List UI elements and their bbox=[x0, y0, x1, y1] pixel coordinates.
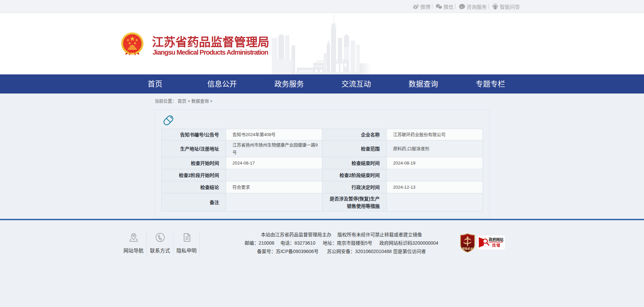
svg-text:党政机关: 党政机关 bbox=[462, 247, 474, 250]
svg-text:找错: 找错 bbox=[492, 243, 501, 247]
svg-text:政府网站: 政府网站 bbox=[489, 237, 503, 242]
